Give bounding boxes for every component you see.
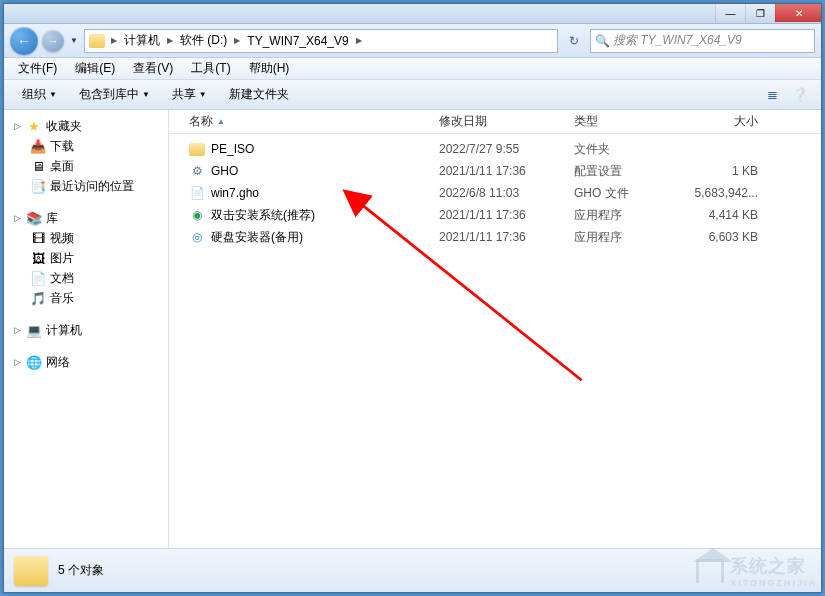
sidebar-downloads[interactable]: 📥下载 <box>4 136 168 156</box>
sidebar-network[interactable]: ▷🌐网络 <box>4 352 168 372</box>
expand-icon[interactable]: ▷ <box>12 121 22 131</box>
new-folder-button[interactable]: 新建文件夹 <box>219 83 299 106</box>
star-icon: ★ <box>26 118 42 134</box>
document-icon: 📄 <box>30 270 46 286</box>
col-size[interactable]: 大小 <box>666 113 766 130</box>
address-bar[interactable]: ▶ 计算机 ▶ 软件 (D:) ▶ TY_WIN7_X64_V9 ▶ <box>84 29 558 53</box>
search-placeholder: 搜索 TY_WIN7_X64_V9 <box>613 32 742 49</box>
status-bar: 5 个对象 <box>4 548 821 592</box>
chevron-down-icon: ▼ <box>199 90 207 99</box>
breadcrumb-seg[interactable]: 软件 (D:) <box>177 32 230 49</box>
status-text: 5 个对象 <box>58 562 104 579</box>
breadcrumb-sep[interactable]: ▶ <box>165 36 175 45</box>
refresh-button[interactable]: ↻ <box>562 30 586 52</box>
folder-icon <box>14 556 48 586</box>
nav-bar: ← → ▼ ▶ 计算机 ▶ 软件 (D:) ▶ TY_WIN7_X64_V9 ▶… <box>4 24 821 58</box>
picture-icon: 🖼 <box>30 250 46 266</box>
sidebar-libraries[interactable]: ▷📚库 <box>4 208 168 228</box>
video-icon: 🎞 <box>30 230 46 246</box>
desktop-icon: 🖥 <box>30 158 46 174</box>
file-type: 应用程序 <box>566 207 666 224</box>
music-icon: 🎵 <box>30 290 46 306</box>
file-name: 双击安装系统(推荐) <box>211 207 315 224</box>
file-date: 2022/6/8 11:03 <box>431 186 566 200</box>
exe1-icon: ◉ <box>189 207 205 223</box>
breadcrumb-sep[interactable]: ▶ <box>232 36 242 45</box>
chevron-down-icon: ▼ <box>142 90 150 99</box>
file-date: 2021/1/11 17:36 <box>431 230 566 244</box>
recent-icon: 📑 <box>30 178 46 194</box>
col-type[interactable]: 类型 <box>566 113 666 130</box>
col-name[interactable]: 名称▲ <box>181 113 431 130</box>
breadcrumb-sep[interactable]: ▶ <box>354 36 364 45</box>
col-date[interactable]: 修改日期 <box>431 113 566 130</box>
cfg-icon: ⚙ <box>189 163 205 179</box>
file-name: 硬盘安装器(备用) <box>211 229 303 246</box>
search-icon: 🔍 <box>595 34 609 48</box>
file-row[interactable]: ◉双击安装系统(推荐)2021/1/11 17:36应用程序4,414 KB <box>181 204 821 226</box>
file-row[interactable]: ⚙GHO2021/1/11 17:36配置设置1 KB <box>181 160 821 182</box>
folder-icon <box>189 143 205 156</box>
toolbar: 组织▼ 包含到库中▼ 共享▼ 新建文件夹 ≣ ❔ <box>4 80 821 110</box>
menu-file[interactable]: 文件(F) <box>10 58 65 79</box>
expand-icon[interactable]: ▷ <box>12 325 22 335</box>
sidebar-desktop[interactable]: 🖥桌面 <box>4 156 168 176</box>
folder-icon <box>89 34 105 48</box>
file-type: GHO 文件 <box>566 185 666 202</box>
sidebar-documents[interactable]: 📄文档 <box>4 268 168 288</box>
file-pane: 名称▲ 修改日期 类型 大小 PE_ISO2022/7/27 9:55文件夹⚙G… <box>169 110 821 548</box>
maximize-button[interactable]: ❐ <box>745 4 775 22</box>
breadcrumb-sep[interactable]: ▶ <box>109 36 119 45</box>
expand-icon[interactable]: ▷ <box>12 357 22 367</box>
breadcrumb-seg[interactable]: TY_WIN7_X64_V9 <box>244 34 351 48</box>
share-button[interactable]: 共享▼ <box>162 83 217 106</box>
file-size: 4,414 KB <box>666 208 766 222</box>
file-row[interactable]: ◎硬盘安装器(备用)2021/1/11 17:36应用程序6,603 KB <box>181 226 821 248</box>
back-button[interactable]: ← <box>10 27 38 55</box>
file-row[interactable]: PE_ISO2022/7/27 9:55文件夹 <box>181 138 821 160</box>
exe2-icon: ◎ <box>189 229 205 245</box>
file-name: win7.gho <box>211 186 259 200</box>
file-type: 应用程序 <box>566 229 666 246</box>
sidebar-music[interactable]: 🎵音乐 <box>4 288 168 308</box>
file-name: GHO <box>211 164 238 178</box>
help-button[interactable]: ❔ <box>787 84 813 106</box>
close-button[interactable]: ✕ <box>775 4 821 22</box>
file-type: 文件夹 <box>566 141 666 158</box>
sidebar-recent[interactable]: 📑最近访问的位置 <box>4 176 168 196</box>
sort-arrow-icon: ▲ <box>217 117 225 126</box>
file-size: 6,603 KB <box>666 230 766 244</box>
sidebar-favorites[interactable]: ▷★收藏夹 <box>4 116 168 136</box>
forward-button[interactable]: → <box>42 30 64 52</box>
view-mode-button[interactable]: ≣ <box>759 84 785 106</box>
file-size: 1 KB <box>666 164 766 178</box>
file-date: 2022/7/27 9:55 <box>431 142 566 156</box>
file-row[interactable]: 📄win7.gho2022/6/8 11:03GHO 文件5,683,942..… <box>181 182 821 204</box>
include-library-button[interactable]: 包含到库中▼ <box>69 83 160 106</box>
menu-tools[interactable]: 工具(T) <box>183 58 238 79</box>
menu-view[interactable]: 查看(V) <box>125 58 181 79</box>
file-date: 2021/1/11 17:36 <box>431 208 566 222</box>
sidebar-videos[interactable]: 🎞视频 <box>4 228 168 248</box>
chevron-down-icon: ▼ <box>49 90 57 99</box>
file-list: PE_ISO2022/7/27 9:55文件夹⚙GHO2021/1/11 17:… <box>169 134 821 548</box>
minimize-button[interactable]: — <box>715 4 745 22</box>
download-icon: 📥 <box>30 138 46 154</box>
explorer-window: — ❐ ✕ ← → ▼ ▶ 计算机 ▶ 软件 (D:) ▶ TY_WIN7_X6… <box>3 3 822 593</box>
history-dropdown[interactable]: ▼ <box>68 31 80 51</box>
computer-icon: 💻 <box>26 322 42 338</box>
body: ▷★收藏夹 📥下载 🖥桌面 📑最近访问的位置 ▷📚库 🎞视频 🖼图片 📄文档 🎵… <box>4 110 821 548</box>
sidebar-computer[interactable]: ▷💻计算机 <box>4 320 168 340</box>
sidebar-pictures[interactable]: 🖼图片 <box>4 248 168 268</box>
menu-help[interactable]: 帮助(H) <box>241 58 298 79</box>
titlebar: — ❐ ✕ <box>4 4 821 24</box>
file-name: PE_ISO <box>211 142 254 156</box>
expand-icon[interactable]: ▷ <box>12 213 22 223</box>
menu-bar: 文件(F) 编辑(E) 查看(V) 工具(T) 帮助(H) <box>4 58 821 80</box>
file-type: 配置设置 <box>566 163 666 180</box>
breadcrumb-seg[interactable]: 计算机 <box>121 32 163 49</box>
organize-button[interactable]: 组织▼ <box>12 83 67 106</box>
menu-edit[interactable]: 编辑(E) <box>67 58 123 79</box>
file-size: 5,683,942... <box>666 186 766 200</box>
search-box[interactable]: 🔍 搜索 TY_WIN7_X64_V9 <box>590 29 815 53</box>
